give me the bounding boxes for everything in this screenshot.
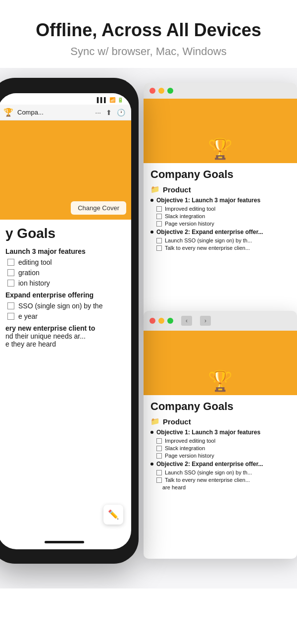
browser-checkbox	[156, 438, 162, 444]
share-icon[interactable]: ⬆	[106, 109, 112, 117]
browser-checkbox	[156, 446, 162, 451]
browser-bullet-obj2-2: Objective 2: Expand enterprise offer...	[150, 461, 290, 468]
phone-checklist-item: ion history	[5, 279, 123, 287]
obj2-text: ery new enterprise client to	[5, 324, 95, 332]
phone-device: ▌▌▌ 📶 🔋 🏆 Compa... ··· ⬆ 🕐 Change Cover	[0, 78, 139, 564]
header-section: Offline, Across All Devices Sync w/ brow…	[0, 0, 297, 68]
checkbox-icon	[7, 259, 14, 266]
phone-notch	[45, 85, 84, 89]
browser-check-item: Launch SSO (single sign on) by th...	[150, 237, 290, 243]
check-label: Slack integration	[165, 445, 205, 451]
check-label: Slack integration	[165, 213, 205, 219]
browser-check-item: Page version history	[150, 221, 290, 227]
close-dot[interactable]	[149, 88, 155, 94]
browser-last-item: are heard	[150, 484, 290, 490]
forward-button[interactable]: ›	[200, 316, 211, 326]
phone-home-indicator	[45, 541, 84, 543]
browser-check-item: Page version history	[150, 453, 290, 459]
browser-checkbox	[156, 453, 162, 459]
phone-checklist-item: gration	[5, 269, 123, 277]
change-cover-button[interactable]: Change Cover	[71, 201, 126, 215]
browser-section-label-1: Product	[163, 185, 191, 194]
browser-window-1: 🏆 Company Goals 📁 Product Objective 1: L…	[144, 83, 297, 321]
last-item-label: are heard	[162, 484, 186, 490]
obj2-detail2: nd their unique needs ar...	[5, 332, 123, 340]
checkbox-icon	[7, 302, 14, 309]
phone-browser-bar[interactable]: 🏆 Compa... ··· ⬆ 🕐	[0, 105, 131, 120]
phone-tab-title: Compa...	[17, 109, 91, 116]
phone-cover-area: Change Cover	[0, 120, 131, 220]
browser-page-title-2: Company Goals	[150, 400, 290, 413]
folder-icon-2: 📁	[150, 417, 160, 426]
maximize-dot[interactable]	[167, 88, 173, 94]
browser-content-1: Company Goals 📁 Product Objective 1: Lau…	[144, 163, 297, 257]
browser-section-header-2: 📁 Product	[150, 417, 290, 426]
browser-checkbox	[156, 214, 162, 219]
browser-section-label-2: Product	[163, 417, 191, 426]
browser-cover-2: 🏆	[144, 331, 297, 395]
objective2-label: Objective 2: Expand enterprise offer...	[156, 229, 263, 235]
trophy-icon-1: 🏆	[208, 137, 233, 161]
phone-checklist-item: editing tool	[5, 258, 123, 266]
main-subtitle: Sync w/ browser, Mac, Windows	[15, 45, 282, 58]
checkbox-icon	[7, 269, 14, 276]
phone-page-title: y Goals	[5, 226, 123, 241]
phone-status-bar: ▌▌▌ 📶 🔋	[0, 93, 131, 105]
check-label: Talk to every new enterprise clien...	[165, 245, 250, 251]
main-title: Offline, Across All Devices	[15, 20, 282, 40]
browser-checkbox	[156, 470, 162, 475]
phone-checklist-item: e year	[5, 312, 123, 320]
desktop-browsers: 🏆 Company Goals 📁 Product Objective 1: L…	[134, 68, 297, 588]
bullet-dot	[150, 463, 153, 466]
browser-titlebar-1	[144, 83, 297, 99]
browser-checkbox	[156, 238, 162, 243]
browser-content-2: Company Goals 📁 Product Objective 1: Lau…	[144, 395, 297, 497]
maximize-dot-2[interactable]	[167, 318, 173, 324]
check-label: Launch SSO (single sign on) by th...	[165, 469, 252, 475]
status-icons: ▌▌▌ 📶 🔋	[97, 97, 123, 103]
obj2-detail3: e they are heard	[5, 340, 123, 348]
browser-bullet-obj1: Objective 1: Launch 3 major features	[150, 197, 290, 204]
signal-icon: ▌▌▌	[97, 97, 107, 103]
browser-bullet-obj2: Objective 2: Expand enterprise offer...	[150, 229, 290, 235]
phone-tab-actions: ··· ⬆ 🕐	[95, 109, 125, 117]
checklist-label: ion history	[18, 279, 50, 287]
edit-fab-button[interactable]: ✏️	[103, 505, 123, 525]
check-label: Page version history	[165, 453, 214, 459]
browser-check-item: Launch SSO (single sign on) by th...	[150, 469, 290, 475]
more-icon[interactable]: ···	[95, 109, 101, 117]
browser-bullet-obj1-2: Objective 1: Launch 3 major features	[150, 429, 290, 436]
close-dot-2[interactable]	[149, 318, 155, 324]
check-label: Page version history	[165, 221, 214, 227]
check-label: Improved editing tool	[165, 438, 215, 444]
checkbox-icon	[7, 313, 14, 320]
browser-check-item: Slack integration	[150, 213, 290, 219]
phone-objective1: Launch 3 major features	[5, 247, 123, 255]
browser-check-item: Improved editing tool	[150, 438, 290, 444]
checklist-label: editing tool	[18, 258, 52, 266]
phone-checklist-item: SSO (single sign on) by the	[5, 302, 123, 310]
objective1-label: Objective 1: Launch 3 major features	[156, 197, 260, 204]
browser-check-item: Talk to every new enterprise clien...	[150, 477, 290, 483]
history-icon[interactable]: 🕐	[117, 109, 125, 117]
minimize-dot[interactable]	[158, 88, 164, 94]
trophy-icon-2: 🏆	[208, 369, 233, 393]
browser-check-item: Talk to every new enterprise clien...	[150, 245, 290, 251]
minimize-dot-2[interactable]	[158, 318, 164, 324]
browser-cover-1: 🏆	[144, 99, 297, 163]
phone-objective2: Expand enterprise offering	[5, 291, 123, 299]
phone-page-content: y Goals Launch 3 major features editing …	[0, 220, 131, 354]
check-label: Talk to every new enterprise clien...	[165, 477, 250, 483]
browser-titlebar-2: ‹ ›	[144, 311, 297, 331]
devices-showcase: ▌▌▌ 📶 🔋 🏆 Compa... ··· ⬆ 🕐 Change Cover	[0, 68, 297, 588]
folder-icon-1: 📁	[150, 185, 160, 194]
battery-icon: 🔋	[117, 97, 123, 103]
obj2-text2: nd their unique needs ar...	[5, 332, 86, 340]
browser-page-title-1: Company Goals	[150, 168, 290, 181]
objective2-label-2: Objective 2: Expand enterprise offer...	[156, 461, 263, 468]
back-button[interactable]: ‹	[181, 316, 192, 326]
page-favicon: 🏆	[3, 108, 13, 117]
browser-check-item: Slack integration	[150, 445, 290, 451]
bullet-dot	[150, 199, 153, 202]
bullet-dot	[150, 231, 153, 234]
